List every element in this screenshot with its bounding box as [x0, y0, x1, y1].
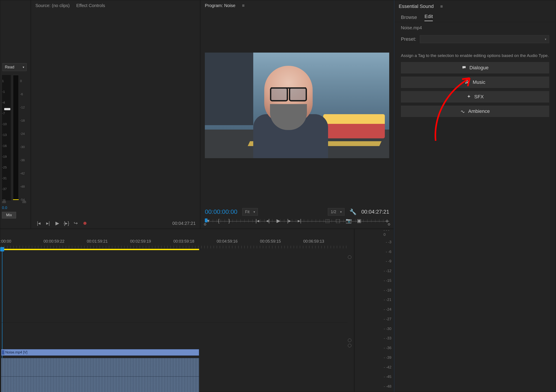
- video-tracks-area[interactable]: [1, 254, 348, 323]
- fader-tick: -31: [2, 176, 7, 180]
- time-ruler[interactable]: :00:0000:00:59:2200:01:59:2100:02:59:190…: [1, 239, 348, 249]
- ruler-label: 00:06:59:13: [303, 239, 324, 244]
- meter-tick: -24: [20, 132, 25, 136]
- meter-tick: -18: [20, 119, 25, 122]
- esound-subtabs: Browse Edit: [394, 13, 556, 22]
- meter-tick: -48: [20, 184, 25, 188]
- panel-menu-icon[interactable]: ≡: [242, 3, 244, 8]
- mark-out-icon[interactable]: }: [226, 218, 232, 224]
- fader-thumb[interactable]: [4, 108, 10, 110]
- program-monitor[interactable]: [205, 53, 389, 158]
- tab-edit[interactable]: Edit: [425, 14, 433, 21]
- peak-indicator: [13, 199, 19, 200]
- ruler-label: 00:03:59:18: [173, 239, 194, 244]
- go-to-out-icon[interactable]: ▸|: [296, 218, 303, 224]
- ruler-label: 00:04:59:16: [217, 239, 238, 244]
- ambience-icon: [460, 109, 465, 114]
- mark-out-icon[interactable]: ▸|: [45, 220, 51, 227]
- ruler-label: 00:00:59:22: [44, 239, 64, 244]
- meter-scale-tick: -27: [384, 317, 391, 321]
- meter-scale-tick: -12: [384, 269, 391, 273]
- sfx-icon: [466, 94, 471, 99]
- chevron-down-icon: ▾: [254, 210, 255, 214]
- chevron-down-icon: ▾: [23, 65, 24, 69]
- meter-tick: -36: [20, 158, 25, 162]
- mix-output-button[interactable]: Mix: [2, 212, 16, 218]
- audio-mixer-strip: Read ▾ 1-1-4-7-10-13-16-19-25-31-37-∞ 0-…: [0, 0, 31, 229]
- essential-sound-title: Essential Sound: [399, 4, 434, 9]
- ruler-label: :00:00: [0, 239, 11, 244]
- fader-tick: -1: [2, 90, 5, 93]
- track-keyframe-toggle[interactable]: [348, 338, 351, 342]
- settings-icon[interactable]: 🔧: [349, 208, 356, 215]
- comparison-icon[interactable]: ▣: [356, 218, 363, 224]
- chevron-down-icon: ▾: [545, 37, 546, 41]
- tab-source[interactable]: Source: (no clips): [35, 3, 70, 8]
- db-label-left: dB: [2, 200, 6, 204]
- play-icon[interactable]: ▶: [54, 220, 61, 227]
- meter-scale-tick: -36: [384, 346, 391, 350]
- timeline-panel[interactable]: :00:0000:00:59:2200:01:59:2100:02:59:190…: [0, 229, 354, 392]
- zoom-dropdown[interactable]: Fit ▾: [242, 208, 258, 215]
- record-icon[interactable]: [82, 220, 88, 227]
- program-timecode[interactable]: 00:00:00:00: [205, 208, 237, 215]
- meter-scale-tick: -18: [384, 288, 391, 292]
- resolution-dropdown[interactable]: 1/2 ▾: [328, 208, 345, 215]
- ruler-label: 00:05:59:15: [260, 239, 281, 244]
- program-duration: 00:04:27:21: [361, 209, 389, 215]
- track-keyframe-toggle[interactable]: [348, 344, 351, 347]
- tab-program[interactable]: Program: Noise: [205, 3, 235, 8]
- step-forward-icon[interactable]: |▸: [286, 218, 292, 224]
- meter-scale-tick: -39: [384, 355, 391, 360]
- fader-tick: -4: [2, 100, 5, 104]
- fader-value[interactable]: 0.0: [2, 206, 7, 210]
- meter-scale-tick: -30: [384, 327, 391, 331]
- tab-browse[interactable]: Browse: [401, 15, 417, 20]
- work-area-bar[interactable]: [1, 249, 199, 250]
- button-editor-icon[interactable]: ＋: [384, 217, 390, 225]
- panel-menu-icon[interactable]: ≡: [440, 4, 442, 9]
- overwrite-icon[interactable]: ↪: [72, 220, 79, 227]
- extract-icon[interactable]: ⬚: [335, 218, 341, 224]
- mark-in-icon[interactable]: {: [216, 218, 222, 224]
- source-duration: 00:04:27:21: [172, 221, 196, 226]
- dialogue-icon: [462, 65, 466, 70]
- fader-tick: -25: [2, 165, 7, 169]
- add-marker-icon[interactable]: ▾: [205, 218, 211, 224]
- tag-dialogue-button[interactable]: Dialogue: [401, 62, 549, 73]
- master-meters: 0-3-6-9-12-15-18-21-24-27-30-33-36-39-42…: [354, 229, 394, 392]
- fader-tick: -19: [2, 155, 7, 158]
- tag-sfx-button[interactable]: SFX: [401, 91, 549, 102]
- meter-scale-tick: -9: [386, 259, 391, 263]
- export-frame-icon[interactable]: 📷: [345, 218, 352, 224]
- step-back-icon[interactable]: ◂|: [264, 218, 271, 224]
- insert-icon[interactable]: {▸}: [63, 220, 70, 227]
- meter-scale-tick: 0: [384, 228, 391, 237]
- automation-mode-dropdown[interactable]: Read ▾: [2, 63, 27, 71]
- ruler-label: 00:01:59:21: [87, 239, 108, 244]
- track-keyframe-toggle[interactable]: [348, 255, 351, 259]
- lift-icon[interactable]: ⬚: [324, 218, 331, 224]
- fader-scale-left: 1-1-4-7-10-13-16-19-25-31-37-∞: [2, 75, 11, 200]
- fader-tick: -7: [2, 111, 5, 115]
- meter-scale-tick: -6: [386, 250, 391, 254]
- go-to-in-icon[interactable]: |◂: [254, 218, 261, 224]
- tab-effect-controls[interactable]: Effect Controls: [76, 3, 105, 8]
- meter-tick: -6: [20, 92, 23, 96]
- program-panel-tabs: Program: Noise ≡: [201, 0, 394, 11]
- program-transport: ▾ { } |◂ ◂| ▶ |▸ ▸| ⬚ ⬚ 📷 ▣ ＋: [205, 215, 390, 226]
- tag-help-text: Assign a Tag to the selection to enable …: [394, 47, 556, 62]
- music-icon: [465, 80, 470, 85]
- selected-clip-name: Noise.mp4: [394, 22, 556, 33]
- fader-tick: -13: [2, 133, 7, 137]
- source-transport: |◂ ▸| ▶ {▸} ↪ 00:04:27:21: [31, 218, 200, 229]
- tag-music-button[interactable]: Music: [401, 77, 549, 88]
- mark-in-icon[interactable]: |◂: [35, 220, 42, 227]
- audio-clip[interactable]: [1, 358, 199, 392]
- video-clip[interactable]: Noise.mp4 [V]: [1, 349, 199, 356]
- play-icon[interactable]: ▶: [275, 218, 282, 224]
- preset-dropdown[interactable]: ▾: [420, 35, 549, 43]
- meter-scale-tick: -48: [384, 384, 391, 389]
- tag-ambience-button[interactable]: Ambience: [401, 106, 549, 117]
- meter-tick: -42: [20, 171, 25, 175]
